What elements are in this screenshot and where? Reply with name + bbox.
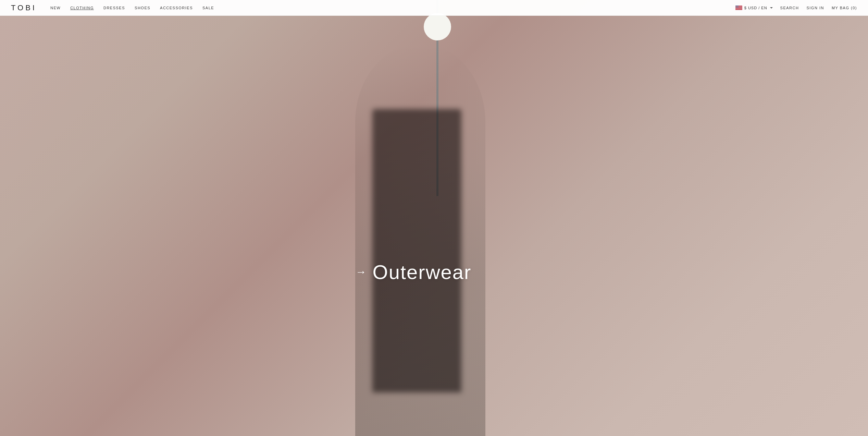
arrow-icon: → (356, 266, 367, 277)
nav-item-accessories[interactable]: ACCESSORIES (160, 6, 193, 10)
header-left: TOBI NEW CLOTHING DRESSES SHOES ACCESSOR… (11, 3, 214, 12)
nav-item-sale[interactable]: SALE (202, 6, 214, 10)
nav-item-clothing[interactable]: CLOTHING (70, 6, 94, 10)
main-nav: NEW CLOTHING DRESSES SHOES ACCESSORIES S… (50, 6, 214, 10)
header-right: $ USD / EN SEARCH SIGN IN MY BAG (0) (735, 5, 857, 10)
site-header: TOBI NEW CLOTHING DRESSES SHOES ACCESSOR… (0, 0, 868, 16)
nav-item-dresses[interactable]: DRESSES (103, 6, 125, 10)
nav-item-new[interactable]: NEW (50, 6, 61, 10)
hero-cta[interactable]: → Outerwear (356, 261, 472, 283)
currency-label: $ USD / EN (744, 6, 767, 10)
signin-button[interactable]: SIGN IN (806, 6, 824, 10)
bag-button[interactable]: MY BAG (0) (832, 6, 857, 10)
jacket-overlay (372, 109, 461, 392)
hero-cta-text: Outerwear (373, 261, 472, 283)
lamp-head (424, 13, 451, 40)
nav-item-shoes[interactable]: SHOES (135, 6, 150, 10)
chevron-down-icon (770, 7, 773, 9)
site-logo[interactable]: TOBI (11, 3, 37, 12)
search-button[interactable]: SEARCH (780, 6, 799, 10)
currency-selector[interactable]: $ USD / EN (735, 5, 773, 10)
hero-section: → Outerwear (0, 0, 868, 436)
flag-icon (735, 5, 742, 10)
